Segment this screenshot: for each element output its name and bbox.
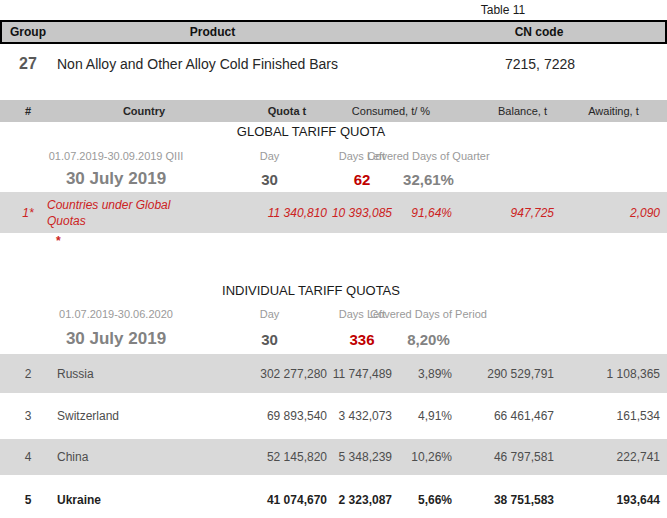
- row-pct: 3,89%: [397, 367, 455, 381]
- individual-covered-value: 8,20%: [347, 331, 510, 348]
- row-quota: 69 893,540: [232, 409, 327, 423]
- row-balance: 947,725: [455, 206, 560, 220]
- global-day-value: 30: [222, 171, 317, 188]
- quota-report-page: Table 11 Group Product CN code 27 Non Al…: [0, 0, 667, 518]
- table-row-russia: 2 Russia 302 277,280 11 747,489 3,89% 29…: [0, 354, 667, 393]
- table-row-ukraine: 5 Ukraine 41 074,670 2 323,087 5,66% 38 …: [0, 475, 667, 518]
- footnote-marker: *: [0, 234, 667, 248]
- col-header-consumed: Consumed, t/ %: [327, 105, 455, 117]
- row-country: Countries under Global Quotas: [56, 197, 232, 229]
- row-balance: 46 797,581: [455, 450, 560, 464]
- row-awaiting: 193,644: [560, 493, 667, 507]
- individual-section-title: INDIVIDUAL TARIFF QUOTAS: [0, 282, 667, 300]
- row-pct: 91,64%: [397, 206, 455, 220]
- row-consumed: 5 348,239: [327, 450, 397, 464]
- row-awaiting: 1 108,365: [560, 367, 667, 381]
- col-header-balance: Balance, t: [455, 105, 560, 117]
- individual-day-value: 30: [222, 331, 317, 348]
- row-num: 3: [0, 409, 56, 423]
- product-name: Non Alloy and Other Alloy Cold Finished …: [57, 56, 338, 72]
- row-country-text: Countries under Global Quotas: [47, 197, 179, 229]
- group-number: 27: [19, 55, 37, 73]
- global-info-labels: 01.07.2019-30.09.2019 QIII Day Days Left…: [0, 148, 667, 164]
- col-header-country: Country: [56, 105, 232, 117]
- row-quota: 11 340,810: [232, 206, 327, 220]
- individual-covered-label: Covered Days of Period: [347, 308, 510, 320]
- table-row-switzerland: 3 Switzerland 69 893,540 3 432,073 4,91%…: [0, 393, 667, 439]
- row-num: 5: [0, 493, 56, 507]
- row-consumed: 10 393,085: [327, 206, 397, 220]
- individual-info-labels: 01.07.2019-30.06.2020 Day Days Left Cove…: [0, 306, 667, 322]
- global-quota-row: 1* Countries under Global Quotas 11 340,…: [0, 192, 667, 233]
- row-balance: 66 461,467: [455, 409, 560, 423]
- row-quota: 302 277,280: [232, 367, 327, 381]
- row-country: Ukraine: [56, 493, 232, 507]
- global-day-label: Day: [222, 150, 317, 162]
- row-consumed: 3 432,073: [327, 409, 397, 423]
- global-section-title: GLOBAL TARIFF QUOTA: [0, 123, 667, 141]
- col-header-cn-code: CN code: [413, 25, 665, 39]
- row-country: China: [56, 450, 232, 464]
- table-caption: Table 11: [481, 3, 525, 17]
- row-num: 4: [0, 450, 56, 464]
- row-country: Russia: [56, 367, 232, 381]
- row-country: Switzerland: [56, 409, 232, 423]
- col-header-product: Product: [90, 25, 335, 39]
- row-balance: 290 529,791: [455, 367, 560, 381]
- global-period-label: 01.07.2019-30.09.2019 QIII: [0, 150, 232, 162]
- individual-info-values: 30 July 2019 30 336 8,20%: [0, 326, 667, 352]
- table-row-china: 4 China 52 145,820 5 348,239 10,26% 46 7…: [0, 439, 667, 475]
- quota-table-header: # Country Quota t Consumed, t/ % Balance…: [0, 100, 667, 122]
- row-awaiting: 2,090: [560, 206, 667, 220]
- row-pct: 4,91%: [397, 409, 455, 423]
- global-info-values: 30 July 2019 30 62 32,61%: [0, 166, 667, 192]
- row-consumed: 11 747,489: [327, 367, 397, 381]
- col-header-quota: Quota t: [232, 105, 327, 117]
- col-header-awaiting: Awaiting, t: [560, 105, 667, 117]
- global-covered-value: 32,61%: [347, 171, 510, 188]
- row-consumed: 2 323,087: [327, 493, 397, 507]
- cn-code-value: 7215, 7228: [505, 56, 575, 72]
- individual-rows: 2 Russia 302 277,280 11 747,489 3,89% 29…: [0, 354, 667, 518]
- global-date-value: 30 July 2019: [0, 169, 232, 189]
- row-pct: 5,66%: [397, 493, 455, 507]
- row-quota: 41 074,670: [232, 493, 327, 507]
- row-awaiting: 222,741: [560, 450, 667, 464]
- product-table-header: Group Product CN code: [0, 20, 667, 44]
- col-header-num: #: [0, 105, 56, 117]
- global-covered-label: Covered Days of Quarter: [347, 150, 510, 162]
- individual-day-label: Day: [222, 308, 317, 320]
- individual-period-label: 01.07.2019-30.06.2020: [0, 308, 232, 320]
- col-header-group: Group: [2, 25, 90, 39]
- row-balance: 38 751,583: [455, 493, 560, 507]
- individual-date-value: 30 July 2019: [0, 329, 232, 349]
- row-pct: 10,26%: [397, 450, 455, 464]
- product-row: 27 Non Alloy and Other Alloy Cold Finish…: [0, 44, 667, 84]
- row-awaiting: 161,534: [560, 409, 667, 423]
- row-num: 2: [0, 367, 56, 381]
- row-quota: 52 145,820: [232, 450, 327, 464]
